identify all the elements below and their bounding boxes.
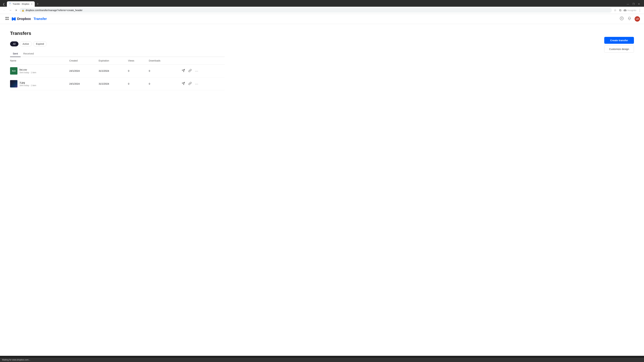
help-icon: ?	[620, 16, 624, 20]
column-name: Name	[10, 57, 67, 64]
tab-sent[interactable]: Sent	[10, 50, 21, 57]
expiration-1: 31/1/2024	[96, 64, 126, 77]
user-avatar[interactable]: LD	[634, 16, 640, 22]
tab-close-button[interactable]: ×	[31, 3, 33, 5]
views-1: 0	[126, 64, 147, 77]
notifications-button[interactable]	[627, 16, 632, 22]
grid-icon	[5, 17, 9, 20]
link-icon	[188, 69, 192, 72]
svg-rect-2	[6, 19, 7, 20]
table-header: Name Created Expiration Views Downloads	[10, 57, 225, 64]
tabs-row: Sent Received	[10, 50, 225, 57]
address-input[interactable]	[26, 9, 610, 11]
column-actions	[178, 57, 225, 64]
link-button-1[interactable]	[187, 68, 193, 74]
create-transfer-button[interactable]: Create transfer	[604, 37, 634, 44]
bell-icon	[628, 16, 631, 20]
file-details: list.csv Sent today · 1 item	[20, 68, 36, 74]
filter-expired-button[interactable]: Expired	[33, 41, 47, 46]
incognito-button[interactable]: Incognito	[623, 8, 636, 12]
downloads-2: 0	[147, 77, 178, 90]
file-cell-1: XLS list.csv Sent today · 1 item	[10, 64, 67, 77]
send-button-1[interactable]	[180, 68, 186, 74]
jpg-preview	[10, 80, 18, 87]
svg-text:?: ?	[621, 17, 622, 20]
main-content: Transfers All Active Expired Sent Receiv…	[0, 24, 235, 97]
browser-toolbar: ← → ✕ 🔒 ☆ ⧉ Incognito ⋮	[0, 7, 644, 14]
table-row: XLS list.csv Sent today · 1 item 24/1/20…	[10, 64, 225, 77]
more-button-1[interactable]: ···	[194, 68, 200, 73]
help-button[interactable]: ?	[619, 16, 624, 22]
filter-row: All Active Expired	[10, 41, 225, 46]
lock-icon: 🔒	[22, 9, 24, 11]
more-button-2[interactable]: ···	[194, 81, 200, 86]
window-controls: — ❐ ✕	[626, 2, 643, 6]
tab-loading-spinner	[9, 3, 11, 5]
incognito-label: Incognito	[628, 9, 636, 11]
file-name-1: list.csv	[20, 68, 36, 71]
split-button[interactable]: ⧉	[618, 8, 622, 13]
filter-active-button[interactable]: Active	[20, 41, 32, 46]
table-row: 3.jpg Sent today · 1 item 24/1/2024 31/1…	[10, 77, 225, 90]
forward-button[interactable]: →	[8, 8, 13, 12]
action-icons-1: ···	[180, 68, 223, 74]
file-info-cell-2: 3.jpg Sent today · 1 item	[10, 80, 65, 87]
column-expiration: Expiration	[96, 57, 126, 64]
filter-all-button[interactable]: All	[10, 41, 18, 46]
action-icons-2: ···	[180, 81, 223, 87]
csv-icon: XLS	[12, 70, 16, 72]
back-button[interactable]: ←	[2, 8, 7, 12]
sidebar-actions: Create transfer Customize design	[604, 37, 634, 53]
send-button-2[interactable]	[180, 81, 186, 87]
file-thumbnail-jpg	[10, 80, 18, 87]
toolbar-right: ☆ ⧉ Incognito ⋮	[613, 8, 642, 13]
customize-design-button[interactable]: Customize design	[604, 45, 634, 53]
tab-list-button[interactable]: ❮	[1, 2, 6, 6]
close-button[interactable]: ✕	[637, 2, 641, 6]
dropbox-logo[interactable]: Dropbox Transfer	[12, 16, 47, 21]
column-views: Views	[126, 57, 147, 64]
table-body: XLS list.csv Sent today · 1 item 24/1/20…	[10, 64, 225, 90]
tab-title: Transfer - Dropbox	[12, 3, 29, 5]
created-2: 24/1/2024	[67, 77, 96, 90]
page-title: Transfers	[10, 31, 225, 36]
top-navigation: Dropbox Transfer ? LD	[0, 14, 644, 24]
logo-dropbox-text: Dropbox	[17, 17, 31, 21]
nav-right-section: ? LD	[619, 16, 640, 22]
file-meta-2: Sent today · 1 item	[20, 84, 36, 87]
column-downloads: Downloads	[147, 57, 178, 64]
tab-received[interactable]: Received	[21, 50, 36, 57]
new-tab-button[interactable]: +	[36, 2, 40, 6]
column-created: Created	[67, 57, 96, 64]
link-button-2[interactable]	[187, 81, 193, 87]
dropbox-icon	[12, 16, 16, 21]
send-icon-2	[182, 82, 185, 85]
page-content: Dropbox Transfer ? LD Transfers	[0, 14, 644, 356]
file-meta-1: Sent today · 1 item	[20, 71, 36, 74]
file-thumbnail-csv: XLS	[10, 67, 18, 75]
file-name-2: 3.jpg	[20, 81, 36, 84]
apps-grid-button[interactable]	[4, 16, 10, 22]
transfers-table: Name Created Expiration Views Downloads …	[10, 57, 225, 90]
created-1: 24/1/2024	[67, 64, 96, 77]
browser-tab-bar: ❮ Transfer - Dropbox × + — ❐ ✕	[0, 0, 644, 7]
browser-tab-active[interactable]: Transfer - Dropbox ×	[7, 1, 35, 7]
bookmark-button[interactable]: ☆	[613, 8, 617, 13]
views-2: 0	[126, 77, 147, 90]
minimize-button[interactable]: —	[626, 2, 630, 6]
file-details-2: 3.jpg Sent today · 1 item	[20, 81, 36, 87]
actions-1: ···	[178, 64, 225, 77]
menu-button[interactable]: ⋮	[638, 8, 642, 13]
file-info-cell: XLS list.csv Sent today · 1 item	[10, 67, 65, 75]
address-bar[interactable]: 🔒	[20, 8, 612, 12]
browser-chrome: ❮ Transfer - Dropbox × + — ❐ ✕ ← → ✕ 🔒 ☆…	[0, 0, 644, 14]
link-icon-2	[188, 82, 192, 85]
incognito-icon	[623, 8, 627, 12]
svg-rect-0	[6, 17, 7, 18]
restore-button[interactable]: ❐	[632, 2, 635, 6]
send-icon	[182, 69, 185, 72]
expiration-2: 31/1/2024	[96, 77, 126, 90]
reload-button[interactable]: ✕	[14, 8, 18, 12]
file-cell-2: 3.jpg Sent today · 1 item	[10, 77, 67, 90]
actions-2: ···	[178, 77, 225, 90]
